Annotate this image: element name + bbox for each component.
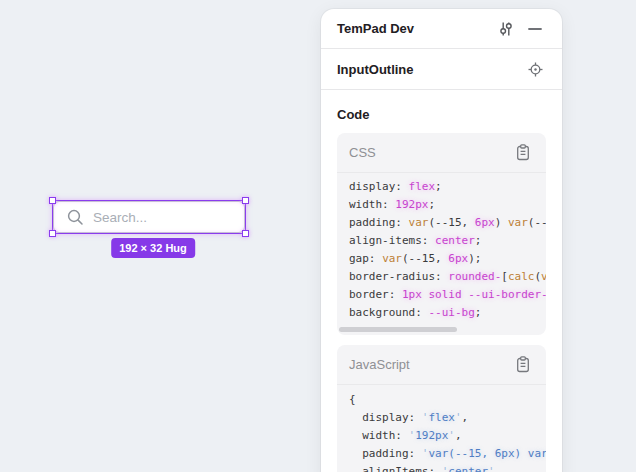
figma-canvas-screen: Search... 192 × 32 Hug TemPad Dev: [0, 0, 636, 472]
code-line: align-items: center;: [349, 232, 546, 250]
selected-node-name: InputOutline: [337, 62, 524, 77]
js-code-block: JavaScript { display: 'flex', width: '19…: [337, 345, 546, 472]
panel-header: TemPad Dev: [321, 9, 562, 49]
code-section-heading: Code: [337, 107, 546, 122]
code-line: border: 1px solid --ui-border-: [349, 286, 546, 304]
css-code: display: flex;width: 192px;padding: var(…: [337, 173, 546, 334]
js-block-label: JavaScript: [349, 357, 512, 372]
tempad-dev-panel: TemPad Dev InputOutline: [321, 9, 562, 472]
panel-title: TemPad Dev: [337, 21, 495, 36]
horizontal-scrollbar-thumb[interactable]: [339, 327, 457, 332]
code-line: padding: var(--15, 6px) var(--: [349, 214, 546, 232]
locate-icon[interactable]: [524, 58, 546, 80]
search-input-placeholder: Search...: [93, 210, 147, 225]
clipboard-icon[interactable]: [512, 354, 534, 376]
code-line: display: 'flex',: [349, 409, 546, 427]
code-line: width: 192px;: [349, 196, 546, 214]
code-section: Code CSS display: flex;width: 192px;padd…: [321, 90, 562, 472]
css-code-block: CSS display: flex;width: 192px;padding: …: [337, 133, 546, 335]
code-line: gap: var(--15, 6px);: [349, 250, 546, 268]
css-block-label: CSS: [349, 145, 512, 160]
magnifier-icon: [67, 209, 84, 226]
sliders-icon[interactable]: [495, 18, 517, 40]
code-line: display: flex;: [349, 178, 546, 196]
clipboard-icon[interactable]: [512, 142, 534, 164]
minimize-icon[interactable]: [524, 18, 546, 40]
js-block-header: JavaScript: [337, 345, 546, 385]
code-line: padding: 'var(--15, 6px) var: [349, 445, 546, 463]
code-line: width: '192px',: [349, 427, 546, 445]
selected-node-row[interactable]: InputOutline: [321, 49, 562, 90]
search-input[interactable]: Search...: [53, 201, 245, 233]
selection-size-badge: 192 × 32 Hug: [111, 238, 195, 258]
css-block-header: CSS: [337, 133, 546, 173]
code-line: {: [349, 391, 546, 409]
code-line: alignItems: 'center',: [349, 463, 546, 472]
code-line: border-radius: rounded-[calc(v: [349, 268, 546, 286]
code-line: background: --ui-bg;: [349, 304, 546, 322]
js-code: { display: 'flex', width: '192px', paddi…: [337, 385, 546, 472]
